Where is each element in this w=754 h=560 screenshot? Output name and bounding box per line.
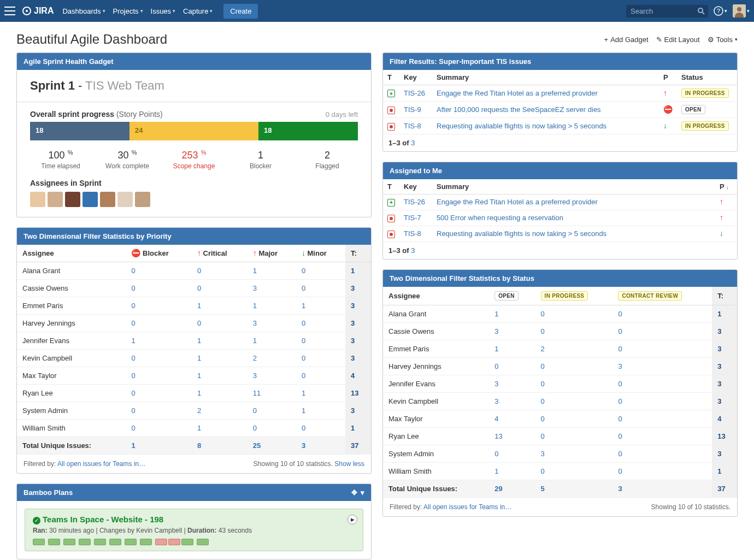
edit-layout-button[interactable]: ✎Edit Layout	[656, 36, 700, 44]
count-link[interactable]: 0	[131, 406, 135, 415]
avatar[interactable]	[30, 192, 45, 207]
issue-summary[interactable]: Engage the Red Titan Hotel as a preferre…	[437, 89, 598, 97]
count-link[interactable]: 3	[253, 372, 257, 380]
issue-summary[interactable]: Requesting avaliable flights is now taki…	[437, 122, 606, 130]
add-gadget-button[interactable]: +Add Gadget	[604, 36, 649, 44]
count-link[interactable]: 1	[494, 345, 498, 353]
count-link[interactable]: 3	[541, 450, 545, 458]
count-link[interactable]: 0	[302, 424, 305, 432]
count-link[interactable]: 0	[131, 284, 135, 292]
count-link[interactable]: 1	[253, 337, 257, 345]
count-link[interactable]: 5	[541, 485, 545, 493]
help-icon[interactable]: ? ▾	[714, 6, 727, 16]
total-cell[interactable]: 3	[345, 297, 371, 315]
total-cell[interactable]: 3	[712, 357, 737, 375]
count-link[interactable]: 0	[494, 362, 498, 370]
count-link[interactable]: 0	[541, 380, 545, 388]
search-input[interactable]	[631, 7, 693, 15]
count-link[interactable]: 0	[618, 467, 622, 475]
total-cell[interactable]: 4	[712, 410, 737, 427]
total-cell[interactable]: 1	[345, 420, 371, 437]
count-link[interactable]: 1	[302, 389, 305, 397]
count-link[interactable]: 0	[131, 267, 135, 275]
search-box[interactable]	[626, 5, 708, 17]
count-link[interactable]: 3	[618, 485, 622, 493]
count-link[interactable]: 2	[197, 406, 201, 415]
count-link[interactable]: 4	[494, 415, 498, 423]
count-link[interactable]: 3	[253, 319, 257, 327]
avatar[interactable]	[65, 192, 80, 207]
total-cell[interactable]: 3	[345, 402, 371, 420]
count-link[interactable]: 11	[253, 389, 261, 397]
count-link[interactable]: 0	[302, 354, 305, 362]
build-stage[interactable]	[168, 539, 180, 545]
count-link[interactable]: 0	[131, 389, 135, 397]
count-link[interactable]: 3	[302, 441, 305, 450]
filter-link[interactable]: All open issues for Teams in…	[423, 503, 511, 511]
total-cell[interactable]: 3	[345, 350, 371, 367]
plan-title[interactable]: Teams In Space - Website - 198	[43, 515, 163, 524]
count-link[interactable]: 0	[302, 319, 305, 327]
avatar[interactable]	[135, 192, 150, 207]
count-link[interactable]: 0	[253, 424, 257, 432]
issue-summary[interactable]: Engage the Red Titan Hotel as a preferre…	[437, 198, 598, 206]
count-link[interactable]: 1	[494, 467, 498, 475]
nav-dashboards[interactable]: Dashboards▾	[62, 7, 105, 15]
issue-key[interactable]: TIS-26	[404, 198, 425, 206]
count-link[interactable]: 0	[131, 302, 135, 310]
avatar[interactable]	[100, 192, 115, 207]
show-less-link[interactable]: Show less	[334, 460, 364, 468]
build-stage[interactable]	[48, 539, 60, 545]
issue-key[interactable]: TIS-7	[404, 214, 421, 222]
total-cell[interactable]: 1	[345, 262, 371, 280]
count-link[interactable]: 3	[494, 397, 498, 405]
total-cell[interactable]: 3	[712, 392, 737, 410]
count-link[interactable]: 1	[197, 337, 201, 345]
issue-key[interactable]: TIS-9	[404, 105, 421, 114]
total-cell[interactable]: 3	[712, 340, 737, 357]
count-link[interactable]: 0	[541, 467, 545, 475]
count-link[interactable]: 0	[618, 345, 622, 353]
count-link[interactable]: 1	[197, 424, 201, 432]
count-link[interactable]: 0	[131, 319, 135, 327]
count-link[interactable]: 1	[253, 302, 257, 310]
count-link[interactable]: 0	[541, 397, 545, 405]
build-stage[interactable]	[79, 539, 91, 545]
build-stage[interactable]	[94, 539, 106, 545]
issue-key[interactable]: TIS-8	[404, 122, 421, 130]
count-link[interactable]: 0	[618, 450, 622, 458]
count-link[interactable]: 0	[541, 310, 545, 318]
avatar[interactable]	[48, 192, 63, 207]
avatar[interactable]	[83, 192, 98, 207]
count-link[interactable]: 0	[618, 327, 622, 335]
count-link[interactable]: 0	[541, 327, 545, 335]
total-cell[interactable]: 3	[712, 322, 737, 340]
tools-button[interactable]: ⚙Tools▾	[708, 36, 738, 44]
total-cell[interactable]: 3	[712, 445, 737, 462]
count-link[interactable]: 0	[618, 380, 622, 388]
count-link[interactable]: 2	[541, 345, 545, 353]
run-build-button[interactable]: ▶	[347, 515, 357, 524]
issue-key[interactable]: TIS-8	[404, 229, 421, 238]
count-link[interactable]: 0	[541, 432, 545, 440]
count-link[interactable]: 1	[302, 302, 305, 310]
issue-key[interactable]: TIS-26	[404, 89, 425, 97]
count-link[interactable]: 8	[197, 441, 201, 450]
count-link[interactable]: 1	[197, 302, 201, 310]
count-link[interactable]: 0	[302, 284, 305, 292]
build-stage[interactable]	[155, 539, 167, 545]
avatar[interactable]	[117, 192, 133, 207]
build-stage[interactable]	[63, 539, 75, 545]
count-link[interactable]: 1	[302, 406, 305, 415]
build-stage[interactable]	[181, 539, 193, 545]
total-cell[interactable]: 4	[345, 367, 371, 385]
app-switcher-icon[interactable]	[4, 7, 15, 15]
count-link[interactable]: 0	[197, 284, 201, 292]
total-cell[interactable]: 3	[345, 280, 371, 297]
count-link[interactable]: 0	[131, 424, 135, 432]
count-link[interactable]: 0	[131, 372, 135, 380]
paging-count[interactable]: 3	[411, 246, 415, 255]
count-link[interactable]: 0	[197, 319, 201, 327]
total-cell[interactable]: 13	[712, 427, 737, 445]
count-link[interactable]: 1	[131, 337, 135, 345]
